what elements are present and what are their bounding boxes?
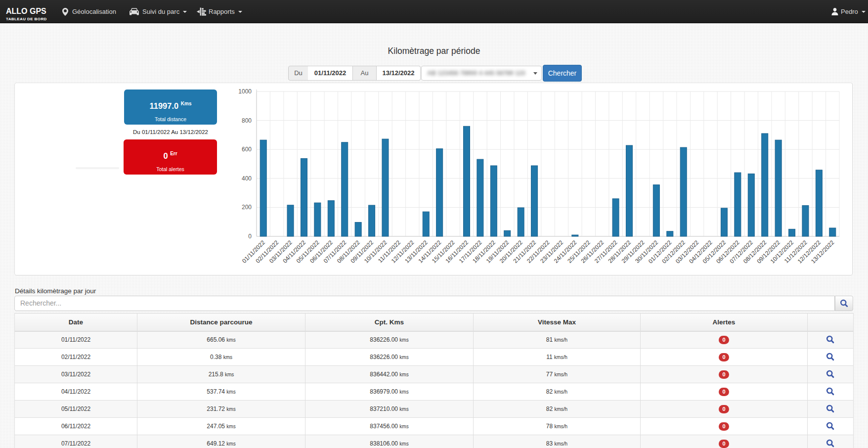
svg-text:800: 800 — [242, 117, 252, 124]
svg-text:0: 0 — [248, 233, 252, 240]
svg-text:400: 400 — [242, 175, 252, 182]
svg-text:1000: 1000 — [238, 88, 252, 95]
svg-text:200: 200 — [242, 204, 252, 211]
svg-text:600: 600 — [242, 146, 252, 153]
